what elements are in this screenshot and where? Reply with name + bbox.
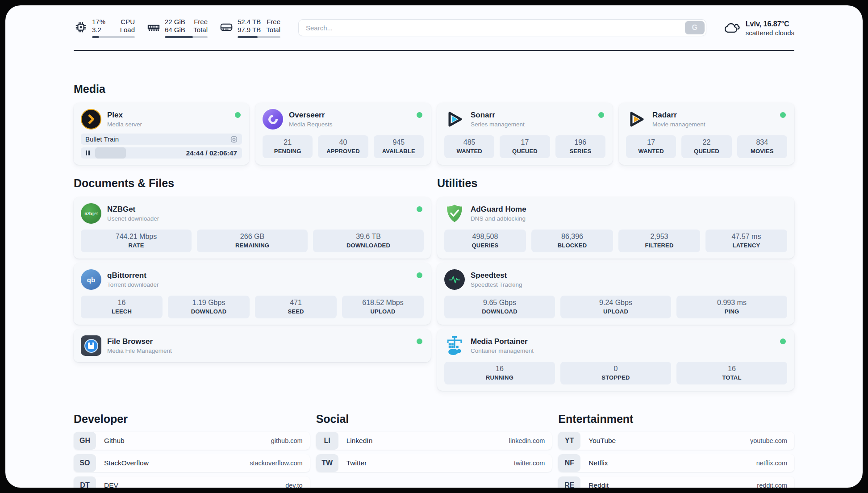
cpu-label: CPU xyxy=(120,18,135,26)
memory-free-label: Free xyxy=(193,18,208,26)
stat-box: 47.57 msLATENCY xyxy=(705,230,787,252)
stat-box: 16LEECH xyxy=(81,296,163,318)
now-playing-title: Bullet Train xyxy=(85,135,119,143)
portainer-icon xyxy=(444,335,465,356)
weather-location: Lviv, 16.87°C xyxy=(746,20,794,29)
storage-progress-bar xyxy=(238,36,280,38)
section-media: Media Plex Media server Bullet Train xyxy=(74,82,794,165)
app-title: Overseerr xyxy=(289,110,333,120)
app-subtitle: Usenet downloader xyxy=(107,215,159,222)
search-bar: G xyxy=(298,19,706,36)
status-dot xyxy=(598,112,604,118)
pause-icon xyxy=(86,150,90,155)
link-netflix[interactable]: NF Netflix netflix.com xyxy=(558,454,794,472)
dashboard-panel: 17% 3.2 CPU Load xyxy=(5,5,863,488)
disk-icon xyxy=(219,20,234,34)
top-bar: 17% 3.2 CPU Load xyxy=(74,18,794,39)
app-card-sonarr[interactable]: Sonarr Series management 485WANTED 17QUE… xyxy=(437,103,613,165)
stat-box: 17WANTED xyxy=(626,135,676,158)
section-developer: Developer GH Github github.com SO StackO… xyxy=(74,412,310,488)
status-dot xyxy=(417,338,422,344)
link-badge: NF xyxy=(558,454,580,472)
link-linkedin[interactable]: LI LinkedIn linkedin.com xyxy=(316,432,552,450)
app-title: Speedtest xyxy=(471,271,522,280)
link-badge: SO xyxy=(74,454,96,472)
section-title-utilities: Utilities xyxy=(437,176,794,190)
stat-box: 40APPROVED xyxy=(318,135,368,158)
storage-widget: 52.4 TB 97.9 TB Free Total xyxy=(219,18,280,38)
status-dot xyxy=(417,206,422,212)
cpu-icon xyxy=(74,20,88,34)
link-youtube[interactable]: YT YouTube youtube.com xyxy=(558,432,794,450)
header-divider xyxy=(74,50,794,51)
speedtest-icon xyxy=(444,269,465,290)
link-badge: RE xyxy=(558,476,580,488)
playback-time: 24:44 / 02:06:47 xyxy=(186,147,237,159)
app-title: Media Portainer xyxy=(471,337,534,346)
app-card-filebrowser[interactable]: File Browser Media File Management xyxy=(74,329,431,362)
stat-box: 945AVAILABLE xyxy=(374,135,424,158)
stat-box: 834MOVIES xyxy=(737,135,787,158)
search-input[interactable] xyxy=(298,19,706,36)
cpu-load-value: 3.2 xyxy=(92,26,105,34)
status-dot xyxy=(780,338,786,344)
link-stackoverflow[interactable]: SO StackOverflow stackoverflow.com xyxy=(74,454,310,472)
app-subtitle: Container management xyxy=(471,347,534,355)
app-card-overseerr[interactable]: Overseerr Media Requests 21PENDING 40APP… xyxy=(255,103,431,165)
cpu-widget: 17% 3.2 CPU Load xyxy=(74,18,135,38)
link-dev[interactable]: DT DEV dev.to xyxy=(74,476,310,488)
section-title-entertainment: Entertainment xyxy=(558,412,794,426)
stat-box: 0.993 msPING xyxy=(676,296,787,318)
stat-box: 196SERIES xyxy=(555,135,605,158)
app-card-plex[interactable]: Plex Media server Bullet Train xyxy=(74,103,249,165)
section-documents: Documents & Files nzbget NZBGet Usenet d… xyxy=(74,176,431,391)
adguard-icon xyxy=(444,203,465,224)
app-subtitle: Speedtest Tracking xyxy=(471,281,522,288)
app-card-portainer[interactable]: Media Portainer Container management 16R… xyxy=(437,329,794,391)
sonarr-icon xyxy=(444,109,465,130)
link-github[interactable]: GH Github github.com xyxy=(74,432,310,450)
status-dot xyxy=(417,112,422,118)
cpu-usage-value: 17% xyxy=(92,18,105,26)
link-twitter[interactable]: TW Twitter twitter.com xyxy=(316,454,552,472)
radarr-icon xyxy=(626,109,647,130)
storage-total-value: 97.9 TB xyxy=(238,26,261,34)
app-subtitle: Media server xyxy=(107,121,142,128)
stat-box: 618.52 MbpsUPLOAD xyxy=(342,296,424,318)
app-card-nzbget[interactable]: nzbget NZBGet Usenet downloader 744.21 M… xyxy=(74,197,431,259)
section-title-social: Social xyxy=(316,412,552,426)
now-playing-row: Bullet Train xyxy=(81,134,242,145)
app-card-speedtest[interactable]: Speedtest Speedtest Tracking 9.65 GbpsDO… xyxy=(437,263,794,325)
stat-box: 9.65 GbpsDOWNLOAD xyxy=(444,296,555,318)
app-subtitle: Series management xyxy=(471,121,525,128)
section-title-media: Media xyxy=(74,82,794,96)
stat-box: 86,396BLOCKED xyxy=(531,230,613,252)
memory-total-label: Total xyxy=(193,26,208,34)
ram-icon xyxy=(146,20,161,34)
stat-box: 16TOTAL xyxy=(676,362,787,384)
memory-progress-bar xyxy=(165,36,208,38)
app-title: Radarr xyxy=(652,110,705,120)
storage-total-label: Total xyxy=(266,26,280,34)
search-engine-button[interactable]: G xyxy=(685,21,705,34)
memory-widget: 22 GiB 64 GiB Free Total xyxy=(146,18,208,38)
app-card-qbittorrent[interactable]: qb qBittorrent Torrent downloader 16LEEC… xyxy=(74,263,431,325)
app-title: File Browser xyxy=(107,337,172,346)
memory-free-value: 22 GiB xyxy=(165,18,185,26)
status-dot xyxy=(235,112,241,118)
app-title: NZBGet xyxy=(107,205,159,214)
app-title: Plex xyxy=(107,110,142,120)
memory-total-value: 64 GiB xyxy=(165,26,185,34)
section-social: Social LI LinkedIn linkedin.com TW Twitt… xyxy=(316,412,552,488)
app-card-adguard[interactable]: AdGuard Home DNS and adblocking 498,508Q… xyxy=(437,197,794,259)
stat-box: 1.19 GbpsDOWNLOAD xyxy=(168,296,250,318)
link-badge: GH xyxy=(74,432,96,450)
cloud-icon xyxy=(722,21,740,36)
link-reddit[interactable]: RE Reddit reddit.com xyxy=(558,476,794,488)
section-title-documents: Documents & Files xyxy=(74,176,431,190)
stat-box: 9.24 GbpsUPLOAD xyxy=(560,296,671,318)
stat-box: 17QUEUED xyxy=(500,135,550,158)
cpu-progress-bar xyxy=(92,36,135,38)
stat-box: 16RUNNING xyxy=(444,362,555,384)
app-card-radarr[interactable]: Radarr Movie management 17WANTED 22QUEUE… xyxy=(619,103,794,165)
